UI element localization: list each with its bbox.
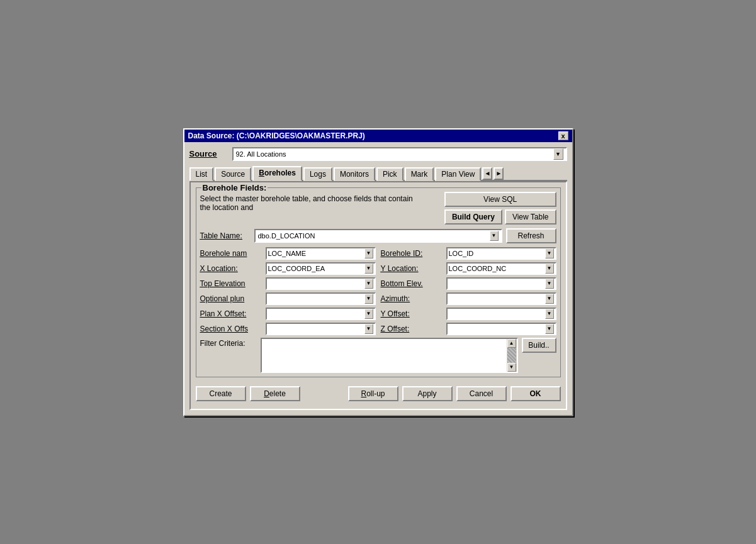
field-row-borehole-name: Borehole nam LOC_NAME ▼ (200, 247, 376, 260)
tab-mark[interactable]: Mark (405, 167, 434, 181)
plan-x-offset-label: Plan X Offset: (200, 309, 263, 318)
field-row-bottom-elev: Bottom Elev. ▼ (381, 277, 556, 290)
main-window: Data Source: (C:\OAKRIDGES\OAKMASTER.PRJ… (183, 128, 573, 416)
tab-list[interactable]: List (189, 167, 214, 181)
filter-label: Filter Criteria: (200, 338, 257, 348)
view-sql-button[interactable]: View SQL (444, 192, 556, 207)
tab-boreholes[interactable]: Boreholes (252, 166, 302, 181)
close-button[interactable]: x (558, 131, 568, 140)
close-icon: x (561, 132, 565, 140)
window-title: Data Source: (C:\OAKRIDGES\OAKMASTER.PRJ… (188, 131, 365, 140)
source-dropdown[interactable]: 92. All Locations ▼ (232, 147, 567, 161)
field-row-azimuth: Azimuth: ▼ (381, 292, 556, 305)
x-location-label: X Location: (200, 264, 263, 273)
field-row-y-offset: Y Offset: ▼ (381, 308, 556, 320)
tab-logs[interactable]: Logs (303, 167, 332, 181)
field-row-borehole-id: Borehole ID: LOC_ID ▼ (381, 247, 556, 260)
table-name-arrow[interactable]: ▼ (490, 231, 499, 241)
filter-row: Filter Criteria: ▲ ▼ Build.. (200, 338, 556, 373)
refresh-button[interactable]: Refresh (506, 228, 556, 243)
button-separator (304, 386, 344, 401)
cancel-button[interactable]: Cancel (456, 386, 507, 401)
plan-x-offset-arrow[interactable]: ▼ (364, 309, 373, 319)
optional-plunge-dropdown[interactable]: ▼ (266, 292, 376, 305)
x-location-dropdown[interactable]: LOC_COORD_EA ▼ (266, 262, 376, 275)
bottom-elev-label: Bottom Elev. (381, 279, 444, 288)
z-offset-label: Z Offset: (381, 325, 444, 333)
optional-plunge-label: Optional plun (200, 294, 263, 303)
group-title: Borehole Fields: (201, 183, 268, 192)
field-row-top-elevation: Top Elevation ▼ (200, 277, 376, 290)
bottom-elev-dropdown[interactable]: ▼ (446, 277, 556, 290)
borehole-id-arrow[interactable]: ▼ (545, 248, 554, 258)
rollup-button[interactable]: Roll-up (348, 386, 398, 401)
tab-pick[interactable]: Pick (376, 167, 403, 181)
view-table-button[interactable]: View Table (505, 209, 556, 225)
tab-nav-left[interactable]: ◄ (482, 167, 492, 180)
top-elevation-dropdown[interactable]: ▼ (266, 277, 376, 290)
tab-monitors[interactable]: Monitors (334, 167, 375, 181)
group-buttons: View SQL Build Query View Table (444, 192, 556, 225)
field-row-section-x-offset: Section X Offs ▼ (200, 323, 376, 335)
top-elevation-arrow[interactable]: ▼ (364, 279, 373, 289)
group-description: Select the master borehole table, and ch… (200, 194, 414, 212)
bottom-elev-arrow[interactable]: ▼ (545, 279, 554, 289)
y-offset-dropdown[interactable]: ▼ (446, 308, 556, 320)
source-row: Source 92. All Locations ▼ (189, 147, 567, 161)
scroll-down-button[interactable]: ▼ (507, 363, 516, 372)
tab-plan-view[interactable]: Plan View (435, 167, 481, 181)
y-offset-arrow[interactable]: ▼ (545, 309, 554, 319)
borehole-name-arrow[interactable]: ▼ (364, 248, 373, 258)
table-name-row: Table Name: dbo.D_LOCATION ▼ Refresh (200, 228, 556, 243)
filter-build-button[interactable]: Build.. (522, 338, 556, 353)
field-row-optional-plunge: Optional plun ▼ (200, 292, 376, 305)
filter-scrollbar: ▲ ▼ (507, 339, 517, 372)
scroll-up-button[interactable]: ▲ (507, 339, 516, 348)
table-name-label: Table Name: (200, 231, 251, 240)
group-top: Select the master borehole table, and ch… (200, 192, 556, 225)
apply-button[interactable]: Apply (402, 386, 453, 401)
delete-button[interactable]: Delete (250, 386, 300, 401)
tab-source[interactable]: Source (215, 167, 251, 181)
y-location-arrow[interactable]: ▼ (545, 264, 554, 274)
tab-nav-right[interactable]: ► (494, 167, 504, 180)
field-row-y-location: Y Location: LOC_COORD_NC ▼ (381, 262, 556, 275)
bottom-buttons: Create Delete Roll-up Apply Cancel OK (196, 384, 561, 404)
borehole-id-dropdown[interactable]: LOC_ID ▼ (446, 247, 556, 260)
source-value: 92. All Locations (236, 150, 286, 158)
table-name-input[interactable]: dbo.D_LOCATION ▼ (254, 229, 502, 243)
ok-button[interactable]: OK (511, 386, 561, 401)
section-x-offset-arrow[interactable]: ▼ (364, 324, 373, 334)
source-label: Source (189, 149, 227, 158)
scroll-track (507, 348, 516, 363)
borehole-id-label: Borehole ID: (381, 249, 444, 258)
create-button[interactable]: Create (196, 386, 246, 401)
section-x-offset-label: Section X Offs (200, 325, 263, 333)
fields-grid: Borehole nam LOC_NAME ▼ Borehole ID: (200, 247, 556, 335)
borehole-name-value: LOC_NAME (268, 250, 307, 257)
y-location-value: LOC_COORD_NC (449, 265, 507, 272)
field-row-z-offset: Z Offset: ▼ (381, 323, 556, 335)
z-offset-arrow[interactable]: ▼ (545, 324, 554, 334)
title-bar: Data Source: (C:\OAKRIDGES\OAKMASTER.PRJ… (184, 130, 572, 142)
y-location-label: Y Location: (381, 264, 444, 273)
field-row-plan-x-offset: Plan X Offset: ▼ (200, 308, 376, 320)
top-elevation-label: Top Elevation (200, 279, 263, 288)
build-query-button[interactable]: Build Query (444, 209, 502, 225)
tabs-row: List Source Boreholes Logs Monitors Pick… (189, 165, 567, 181)
section-x-offset-dropdown[interactable]: ▼ (266, 323, 376, 335)
table-name-value: dbo.D_LOCATION (258, 232, 315, 240)
azimuth-arrow[interactable]: ▼ (545, 294, 554, 304)
x-location-arrow[interactable]: ▼ (364, 264, 373, 274)
azimuth-label: Azimuth: (381, 294, 444, 303)
y-location-dropdown[interactable]: LOC_COORD_NC ▼ (446, 262, 556, 275)
field-row-x-location: X Location: LOC_COORD_EA ▼ (200, 262, 376, 275)
y-offset-label: Y Offset: (381, 309, 444, 318)
plan-x-offset-dropdown[interactable]: ▼ (266, 308, 376, 320)
borehole-name-dropdown[interactable]: LOC_NAME ▼ (266, 247, 376, 260)
source-dropdown-arrow[interactable]: ▼ (553, 148, 563, 160)
filter-textarea[interactable]: ▲ ▼ (261, 338, 518, 373)
z-offset-dropdown[interactable]: ▼ (446, 323, 556, 335)
optional-plunge-arrow[interactable]: ▼ (364, 294, 373, 304)
azimuth-dropdown[interactable]: ▼ (446, 292, 556, 305)
